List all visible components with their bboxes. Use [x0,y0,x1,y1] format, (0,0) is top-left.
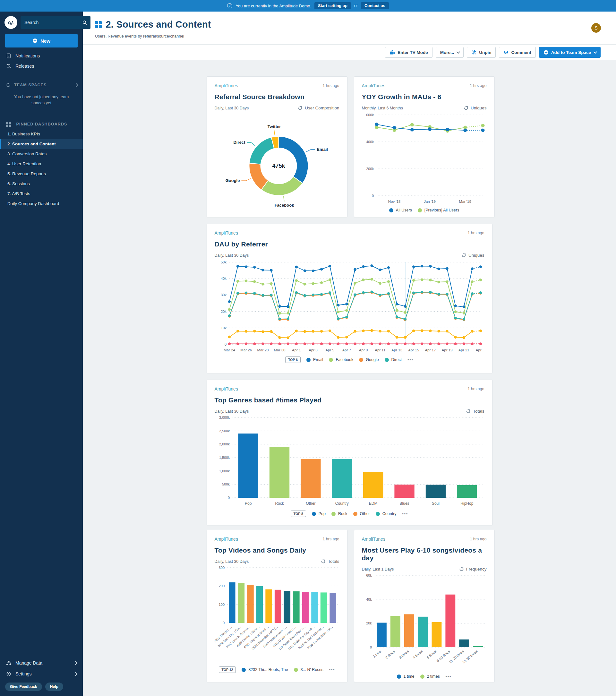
legend-item[interactable]: 3... N' Roses [294,667,323,672]
enter-tv-mode-button[interactable]: Enter TV Mode [385,47,432,58]
legend-item[interactable]: Google [359,358,379,362]
legend-item[interactable]: [Previous] All Users [418,208,459,212]
chart-legend: TOP 8PopRockOtherCountry••• [215,510,485,517]
chart-legend: TOP 128232 Thi... Roots, The3... N' Rose… [215,666,339,673]
legend-more-button[interactable]: ••• [329,667,335,672]
card-source-link[interactable]: AmpliTunes [215,83,238,88]
sidebar-item-sources-and-content[interactable]: 2. Sources and Content [0,139,83,149]
card-updated-ago: 1 hrs ago [470,83,486,88]
card-source-link[interactable]: AmpliTunes [362,83,385,88]
legend-item[interactable]: Country [376,511,397,516]
team-spaces-empty-text: You have not joined any team spaces yet [0,90,83,108]
legend-item[interactable]: 8232 Thi... Roots, The [241,667,288,672]
chart-title[interactable]: Most Users Play 6-10 songs/videos a day [362,547,487,562]
search-box[interactable] [20,16,91,29]
legend-item[interactable]: Rock [331,511,347,516]
chart-title[interactable]: DAU by Referrer [215,240,485,248]
chart-title[interactable]: Referral Source Breakdown [215,93,339,101]
sidebar-item-ab-tests[interactable]: 7. A/B Tests [0,189,83,199]
svg-text:50k: 50k [221,260,226,264]
new-button[interactable]: New [5,34,78,47]
card-top-genres: AmpliTunes 1 hrs ago Top Genres based #t… [207,380,492,525]
start-setting-up-button[interactable]: Start setting up [314,2,351,9]
sidebar-item-business-kpis[interactable]: 1. Business KPIs [0,129,83,139]
give-feedback-button[interactable]: Give Feedback [5,682,42,691]
legend-more-button[interactable]: ••• [446,674,452,679]
card-updated-ago: 1 hrs ago [470,537,486,541]
legend-dot-icon [420,675,425,679]
amplitude-logo[interactable] [4,16,17,29]
card-most-users-play: AmpliTunes 1 hrs ago Most Users Play 6-1… [354,530,495,682]
chevron-right-icon [75,672,78,676]
legend-item[interactable]: 1 time [397,674,414,679]
search-input[interactable] [25,20,82,25]
help-button[interactable]: Help [45,682,63,691]
svg-text:21-50 times: 21-50 times [462,649,478,664]
svg-text:Apr 5: Apr 5 [325,348,334,352]
comment-icon [503,50,508,55]
donut-chart: EmailFacebookGoogleDirectTwitter475k [215,112,339,216]
chart-title[interactable]: Top Videos and Songs Daily [215,547,339,554]
legend-item[interactable]: Pop [312,511,326,516]
dashboard-icon [95,21,102,28]
sidebar-item-user-retention[interactable]: 4. User Retention [0,159,83,169]
svg-text:Rock: Rock [275,501,284,506]
legend-dot-icon [389,208,393,212]
legend-item[interactable]: Direct [385,358,402,362]
legend-more-button[interactable]: ••• [402,511,408,516]
sidebar-item-revenue-reports[interactable]: 5. Revenue Reports [0,169,83,179]
add-to-team-space-button[interactable]: Add to Team Space [539,47,601,58]
manage-data-item[interactable]: Manage Data [0,658,83,668]
svg-text:Google: Google [225,178,240,183]
legend-item[interactable]: All Users [389,208,412,212]
legend-item[interactable]: Other [353,511,370,516]
legend-dot-icon [353,512,358,516]
svg-text:0: 0 [372,194,374,197]
chart-legend: 1 time2 times••• [362,674,487,679]
legend-item[interactable]: Email [306,358,323,362]
sidebar-item-notifications[interactable]: Notifications [0,51,83,61]
legend-more-button[interactable]: ••• [408,358,413,362]
card-source-link[interactable]: AmpliTunes [215,537,238,542]
notifications-icon [6,53,11,59]
contact-us-button[interactable]: Contact us [361,2,389,9]
svg-text:2 times: 2 times [384,649,396,660]
card-updated-ago: 1 hrs ago [322,83,339,88]
legend-top-badge: TOP 8 [291,510,306,517]
svg-text:Nov '18: Nov '18 [388,200,400,203]
unpin-button[interactable]: Unpin [467,47,496,58]
uniques-icon [461,253,466,258]
settings-item[interactable]: Settings [0,668,83,679]
legend-item[interactable]: 2 times [420,674,440,679]
avatar[interactable]: S [591,23,601,33]
legend-dot-icon [418,208,422,212]
more-button[interactable]: More... [436,47,464,58]
sidebar-item-sessions[interactable]: 6. Sessions [0,179,83,189]
sidebar-item-conversion-rates[interactable]: 3. Conversion Rates [0,149,83,159]
svg-text:400k: 400k [366,140,374,144]
pinned-dashboards-icon [6,122,11,127]
main-area: 2. Sources and Content Users, Revenue ev… [83,12,616,696]
svg-text:Direct: Direct [233,140,246,145]
svg-text:Pop: Pop [245,501,252,506]
search-icon[interactable] [82,20,87,25]
line-chart: 0200k400k600kNov '18Jan '19Mar '19 [362,112,487,207]
chart-metric: Uniques [461,253,485,258]
svg-text:Apr 3: Apr 3 [309,348,318,352]
legend-item[interactable]: Facebook [329,358,353,362]
line-chart: 010k20k30k40k50kMar 24Mar 26Mar 28Mar 30… [215,259,485,355]
team-spaces-header[interactable]: TEAM SPACES [0,80,83,90]
comment-button[interactable]: Comment [499,47,536,58]
bar-chart: 020k40k60k1 time2 times3 times4 times5 t… [362,573,487,673]
card-source-link[interactable]: AmpliTunes [362,537,385,542]
sidebar-item-daily-company-dashboard[interactable]: Daily Company Dashboard [0,199,83,209]
chart-title[interactable]: Top Genres based #times Played [215,396,485,404]
chevron-right-icon [75,661,78,665]
card-source-link[interactable]: AmpliTunes [215,386,238,392]
svg-text:Apr 1: Apr 1 [292,348,301,352]
sidebar-item-releases[interactable]: Releases [0,61,83,71]
legend-dot-icon [331,512,336,516]
chart-title[interactable]: YOY Growth in MAUs - 6 [362,93,487,101]
card-yoy-growth-maus: AmpliTunes 1 hrs ago YOY Growth in MAUs … [354,76,495,217]
card-source-link[interactable]: AmpliTunes [215,231,238,236]
